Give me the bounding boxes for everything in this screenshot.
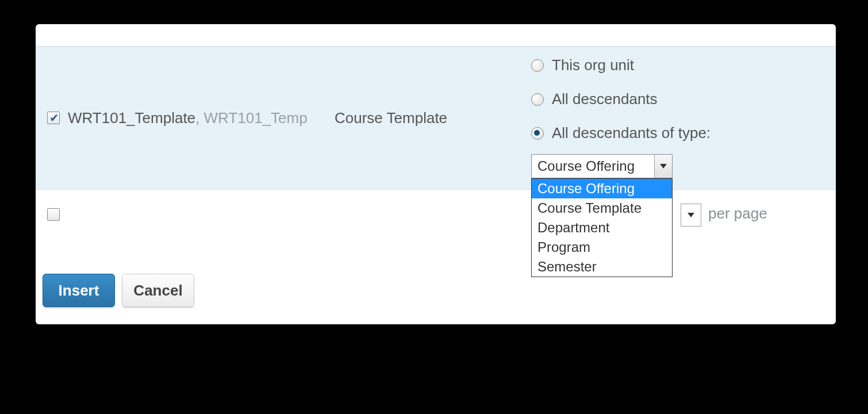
row-checkbox[interactable]: ✔: [47, 112, 60, 124]
scope-label: All descendants: [552, 90, 658, 108]
radio-icon: [531, 59, 544, 72]
select-option[interactable]: Course Offering: [532, 179, 672, 198]
scope-option-typed-descendants[interactable]: All descendants of type:: [531, 124, 819, 142]
org-unit-name-sep: ,: [195, 109, 203, 126]
chevron-down-icon: [660, 164, 667, 168]
scope-radio-group: This org unit All descendants All descen…: [531, 56, 819, 158]
checkmark-icon: ✔: [49, 111, 59, 125]
select-option[interactable]: Course Template: [532, 198, 672, 218]
descendant-type-select[interactable]: Course Offering: [531, 154, 673, 178]
per-page-label: per page: [708, 205, 767, 223]
select-option[interactable]: Semester: [532, 257, 672, 277]
scope-option-all-descendants[interactable]: All descendants: [531, 90, 819, 108]
org-unit-name-primary: WRT101_Template: [68, 109, 195, 126]
cancel-button[interactable]: Cancel: [122, 274, 194, 307]
select-all-checkbox[interactable]: [47, 208, 60, 221]
chevron-down-icon: [688, 213, 694, 217]
insert-button[interactable]: Insert: [43, 274, 115, 307]
org-unit-name-secondary: WRT101_Temp: [204, 109, 308, 126]
select-option[interactable]: Program: [532, 237, 672, 257]
dialog-panel: ✔ WRT101_Template, WRT101_Temp Course Te…: [36, 24, 836, 324]
per-page-select[interactable]: [681, 204, 701, 227]
stage: ✔ WRT101_Template, WRT101_Temp Course Te…: [0, 0, 868, 414]
select-toggle-button[interactable]: [654, 155, 672, 178]
radio-icon: [531, 93, 544, 106]
select-value: Course Offering: [532, 155, 654, 178]
descendant-type-options-list: Course Offering Course Template Departme…: [531, 178, 673, 277]
scope-option-this-unit[interactable]: This org unit: [531, 56, 819, 74]
org-unit-type: Course Template: [335, 109, 447, 127]
org-unit-name: WRT101_Template, WRT101_Temp: [68, 109, 308, 127]
radio-icon: [531, 127, 544, 140]
select-option[interactable]: Department: [532, 218, 672, 237]
scope-label: This org unit: [552, 56, 634, 74]
scope-label: All descendants of type:: [552, 124, 710, 142]
